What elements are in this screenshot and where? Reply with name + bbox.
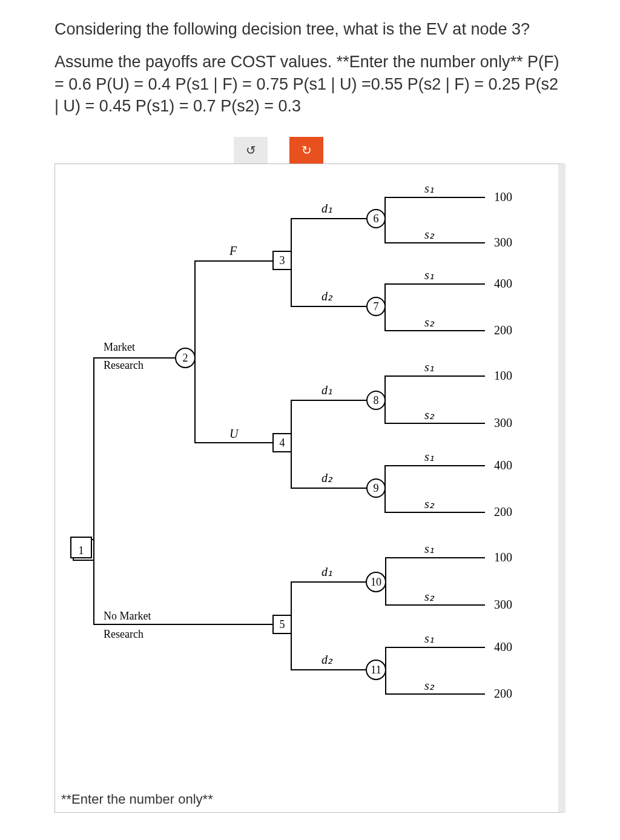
label-8-s2: s₂ [424, 408, 435, 422]
label-8-s1: s₁ [424, 360, 434, 374]
label-4-d1: d₁ [322, 383, 332, 397]
label-6-s2: s₂ [424, 228, 435, 241]
node-9-label: 9 [374, 482, 379, 494]
branch-9-s1 [385, 466, 485, 488]
payoff-6-s1: 100 [494, 190, 512, 203]
label-4-d2: d₂ [322, 471, 333, 484]
node-4-label: 4 [280, 437, 285, 449]
node-5-label: 5 [280, 618, 285, 630]
branch-8-s1 [385, 376, 485, 400]
payoff-8-s2: 300 [494, 416, 512, 429]
label-market: Market [104, 341, 135, 353]
label-nomarket: No Market [104, 610, 151, 622]
payoff-11-s1: 400 [494, 640, 512, 653]
branch-F [195, 261, 273, 358]
branch-10-s1 [386, 558, 485, 582]
decision-tree-panel: 1 Market Research No Market Research 2 F… [54, 164, 566, 813]
label-7-s2: s₂ [424, 316, 435, 329]
branch-11-s2 [386, 670, 485, 694]
enter-number-footnote: **Enter the number only** [61, 788, 552, 807]
probabilities-text: Assume the payoffs are COST values. **En… [54, 51, 566, 117]
payoff-11-s2: 200 [494, 687, 512, 700]
label-3-d1: d₁ [322, 202, 332, 215]
payoff-7-s2: 200 [494, 323, 512, 337]
payoff-9-s2: 200 [494, 505, 512, 518]
branch-7-s1 [385, 284, 485, 306]
label-5-d1: d₁ [322, 565, 332, 578]
branch-7-s2 [385, 306, 485, 331]
payoff-10-s2: 300 [494, 598, 512, 611]
label-3-d2: d₂ [322, 289, 333, 303]
branch-market [94, 358, 176, 550]
node-10-label: 10 [371, 576, 381, 588]
label-research-lower: Research [104, 628, 143, 640]
branch-3-d1 [291, 219, 367, 260]
node-7-label: 7 [374, 300, 379, 313]
label-11-s2: s₂ [424, 679, 435, 692]
label-7-s1: s₁ [424, 268, 434, 282]
branch-8-s2 [385, 400, 485, 423]
decision-tree: 1 Market Research No Market Research 2 F… [61, 182, 546, 788]
label-research-upper: Research [104, 359, 143, 371]
redo-button[interactable]: ↻ [289, 137, 323, 164]
node-8-label: 8 [374, 394, 379, 406]
label-9-s1: s₁ [424, 450, 434, 463]
label-5-d2: d₂ [322, 653, 333, 666]
branch-6-s2 [385, 219, 485, 243]
payoff-9-s1: 400 [494, 458, 512, 472]
label-F: F [229, 244, 237, 257]
payoff-6-s2: 300 [494, 236, 512, 249]
label-10-s1: s₁ [424, 542, 434, 555]
branch-9-s2 [385, 488, 485, 512]
label-6-s1: s₁ [424, 182, 434, 195]
action-buttons: ↺ ↻ [23, 137, 534, 164]
node-1-label: 1 [79, 544, 84, 557]
payoff-10-s1: 100 [494, 551, 512, 564]
node-2-label: 2 [183, 352, 188, 364]
branch-5-d1 [291, 582, 367, 624]
question-text: Considering the following decision tree,… [54, 18, 566, 40]
branch-10-s2 [386, 582, 485, 605]
branch-4-d1 [291, 400, 367, 443]
label-11-s1: s₁ [424, 632, 434, 645]
node-3-label: 3 [280, 254, 285, 266]
undo-button[interactable]: ↺ [234, 137, 268, 164]
label-9-s2: s₂ [424, 497, 435, 511]
payoff-8-s1: 100 [494, 369, 512, 382]
payoff-7-s1: 400 [494, 277, 512, 290]
branch-11-s1 [386, 647, 485, 670]
label-U: U [229, 427, 239, 440]
label-10-s2: s₂ [424, 590, 435, 603]
branch-6-s1 [385, 197, 485, 219]
node-6-label: 6 [374, 213, 379, 225]
node-11-label: 11 [371, 664, 381, 676]
